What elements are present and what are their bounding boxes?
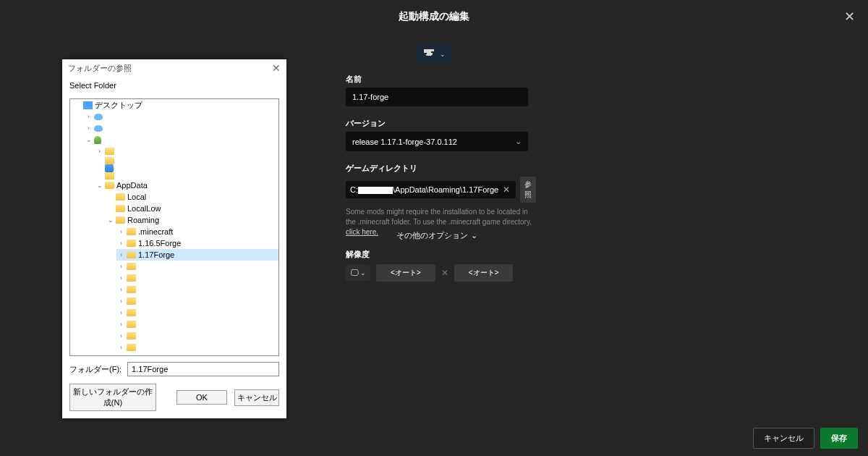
version-label: バージョン — [346, 118, 528, 129]
folder-icon — [116, 193, 125, 200]
tree-minecraft[interactable]: ›.minecraft — [116, 226, 278, 237]
tree-item[interactable]: › — [116, 353, 278, 356]
folder-name-input[interactable] — [127, 362, 279, 376]
clear-icon[interactable]: ✕ — [501, 185, 511, 195]
resolution-label: 解像度 — [346, 249, 528, 260]
tree-appdata[interactable]: ⌄AppData — [95, 180, 278, 191]
tree-user[interactable]: ⌄ — [84, 134, 278, 145]
dialog-instruction: Select Folder — [62, 77, 286, 98]
chevron-down-icon: ⌄ — [360, 269, 366, 276]
tree-item[interactable] — [95, 164, 278, 172]
chevron-down-icon: ⌄ — [471, 231, 477, 240]
browse-button[interactable]: 参照 — [520, 177, 536, 203]
chevron-down-icon: ⌄ — [440, 51, 446, 58]
folder-icon — [127, 321, 136, 328]
folder-icon — [127, 240, 136, 247]
folder-icon — [105, 182, 114, 189]
gamedir-label: ゲームディレクトリ — [346, 163, 528, 174]
tree-desktop[interactable]: デスクトップ — [73, 99, 278, 111]
gamedir-prefix: C: — [350, 185, 358, 194]
folder-icon — [127, 251, 136, 258]
tree-item[interactable]: › — [116, 272, 278, 284]
anvil-icon — [422, 48, 435, 61]
resolution-width[interactable]: <オート> — [376, 264, 435, 282]
tree-item[interactable]: › — [116, 284, 278, 295]
gamedir-input[interactable]: C:\AppData\Roaming\1.17Forge ✕ — [346, 181, 516, 198]
version-select[interactable]: release 1.17.1-forge-37.0.112 ⌄ — [346, 132, 528, 151]
disk-icon — [105, 164, 114, 172]
tree-item[interactable]: › — [116, 261, 278, 272]
resolution-preset[interactable]: 🖵 ⌄ — [346, 265, 370, 281]
tree-item[interactable]: › — [116, 330, 278, 342]
cancel-button[interactable]: キャンセル — [234, 389, 279, 406]
tree-item[interactable] — [95, 172, 278, 180]
tree-locallow[interactable]: LocalLow — [106, 203, 278, 214]
tree-1165forge[interactable]: ›1.16.5Forge — [116, 237, 278, 249]
folder-icon — [127, 263, 136, 270]
more-options-toggle[interactable]: その他のオプション ⌄ — [346, 230, 528, 241]
tree-item[interactable]: › — [116, 342, 278, 353]
folder-icon — [105, 157, 114, 164]
tree-item[interactable]: › — [95, 145, 278, 157]
folder-icon — [127, 286, 136, 293]
folder-tree[interactable]: デスクトップ › › ⌄ › ⌄AppData Local — [69, 98, 279, 356]
tree-item[interactable]: › — [84, 122, 278, 134]
folder-icon — [116, 205, 125, 212]
name-input-wrap[interactable] — [346, 88, 528, 106]
version-value: release 1.17.1-forge-37.0.112 — [352, 138, 457, 146]
cancel-button[interactable]: キャンセル — [753, 428, 814, 449]
tree-roaming[interactable]: ⌄Roaming — [106, 214, 278, 226]
monitor-icon: 🖵 — [350, 268, 359, 278]
close-icon[interactable]: ✕ — [844, 9, 855, 25]
page-title: 起動構成の編集 — [0, 10, 868, 23]
resolution-height[interactable]: <オート> — [454, 264, 514, 282]
folder-icon — [127, 297, 136, 305]
folder-icon — [127, 309, 136, 316]
folder-icon — [116, 216, 125, 224]
tree-item[interactable]: › — [116, 307, 278, 318]
ok-button[interactable]: OK — [176, 390, 227, 405]
tree-item[interactable]: › — [116, 295, 278, 307]
folder-name-label: フォルダー(F): — [69, 364, 122, 375]
folder-icon — [127, 344, 136, 351]
tree-117forge[interactable]: ›1.17Forge — [116, 249, 278, 261]
tree-item[interactable] — [95, 157, 278, 164]
tree-item[interactable]: › — [84, 111, 278, 122]
resolution-x: ✕ — [441, 268, 448, 278]
close-icon[interactable]: ✕ — [272, 62, 281, 74]
tree-item[interactable]: › — [116, 318, 278, 330]
gamedir-masked — [358, 187, 393, 194]
folder-browse-dialog: フォルダーの参照 ✕ Select Folder デスクトップ › › ⌄ › … — [62, 59, 286, 418]
user-icon — [94, 136, 101, 144]
profile-icon-selector[interactable]: ⌄ — [417, 45, 451, 64]
cloud-icon — [94, 114, 103, 120]
tree-local[interactable]: Local — [106, 191, 278, 203]
chevron-down-icon: ⌄ — [515, 137, 522, 146]
desktop-icon — [83, 101, 93, 109]
name-input[interactable] — [352, 93, 522, 101]
folder-icon — [127, 228, 136, 235]
gamedir-suffix: \AppData\Roaming\1.17Forge — [393, 185, 498, 194]
name-label: 名前 — [346, 74, 528, 85]
save-button[interactable]: 保存 — [820, 428, 858, 449]
folder-icon — [127, 355, 136, 356]
folder-icon — [127, 332, 136, 339]
cloud-icon — [94, 125, 103, 132]
folder-icon — [105, 172, 114, 180]
dialog-title: フォルダーの参照 — [68, 63, 132, 74]
folder-icon — [105, 148, 114, 155]
folder-icon — [127, 274, 136, 282]
new-folder-button[interactable]: 新しいフォルダーの作成(N) — [69, 384, 156, 411]
